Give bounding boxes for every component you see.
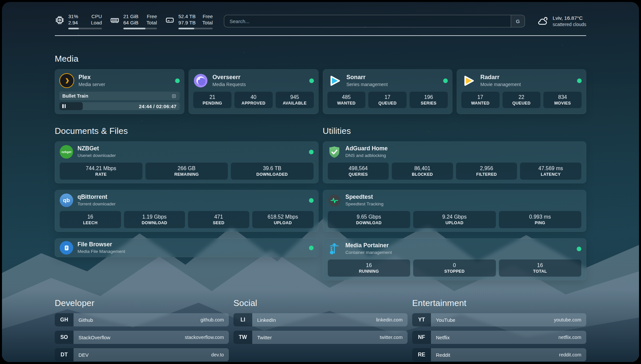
memory-total-value: 64 GiB [123,19,140,26]
service-description: DNS and adblocking [346,153,388,158]
stat-leech: 16 LEECH [60,211,121,228]
memory-widget: 21 GiB 64 GiB Free Total [110,13,157,29]
stat-wanted: 485 WANTED [327,92,366,108]
disk-free-value: 52.4 TB [178,13,196,20]
stat-blocked: 86,401 BLOCKED [392,163,453,180]
section-developer: Developer GH Github github.com SO StackO… [55,298,229,362]
bookmark-twitter[interactable]: TW Twitter twitter.com [233,331,408,344]
bookmark-linkedin[interactable]: LI LinkedIn linkedin.com [233,313,408,326]
weather-widget: Lviv, 16.87°C scattered clouds [537,15,586,27]
card-filebrowser[interactable]: File Browser Media File Management [55,238,319,257]
search-engine-button[interactable]: G [511,15,525,27]
bookmark-name: Github [78,317,93,323]
bookmark-name: Netflix [436,335,450,340]
disk-free-label: Free [200,13,213,20]
bookmark-url: youtube.com [554,317,581,322]
service-name: Sonarr [347,74,388,81]
search-bar: G [224,15,525,27]
card-radarr[interactable]: Radarr Movie management 17 WANTED 22 QUE… [457,69,586,114]
service-name: File Browser [77,241,125,248]
card-adguard[interactable]: AdGuard Home DNS and adblocking 498,564 … [323,141,587,183]
media-type-icon [171,93,177,99]
stat-rate: 744.21 Mbps RATE [60,163,142,180]
disk-widget: 52.4 TB 97.9 TB Free Total [165,13,213,29]
service-description: Container management [346,250,392,255]
bookmark-abbr: NF [412,331,431,344]
ram-icon [110,15,120,25]
bookmark-url: linkedin.com [376,317,403,322]
stat-total: 16 TOTAL [499,259,582,277]
status-dot-online [309,246,314,250]
section-title-utilities: Utilities [323,126,587,136]
stat-pending: 21 PENDING [193,92,231,108]
bookmark-youtube[interactable]: YT YouTube youtube.com [412,313,586,326]
card-overseerr[interactable]: Overseerr Media Requests 21 PENDING 40 A… [189,69,318,114]
disk-total-value: 97.9 TB [178,19,196,26]
card-sonarr[interactable]: Sonarr Series management 485 WANTED 17 Q… [323,69,452,114]
bookmark-url: dev.to [211,352,224,357]
service-description: Movie management [480,82,521,87]
stat-running: 16 RUNNING [328,259,411,277]
memory-progress-track [123,28,157,29]
bookmark-abbr: SO [55,331,74,344]
adguard-logo-icon [328,145,341,159]
section-social: Social LI LinkedIn linkedin.com TW Twitt… [233,298,408,362]
stat-download: 1.19 Gbps DOWNLOAD [124,211,185,228]
bookmark-reddit[interactable]: RE Reddit reddit.com [412,348,586,361]
service-description: Media server [78,82,105,87]
search-input[interactable] [224,15,511,27]
bookmark-netflix[interactable]: NF Netflix netflix.com [412,331,586,344]
stat-upload: 618.52 Mbps UPLOAD [252,211,314,228]
card-nzbget[interactable]: nzbget NZBGet Usenet downloader 744.21 M… [55,141,319,183]
status-dot-online [175,78,180,83]
cpu-widget: 31% 2.94 CPU Load [55,13,102,29]
card-portainer[interactable]: Media Portainer Container management 16 … [323,238,587,280]
disk-progress-track [178,28,213,29]
disk-total-label: Total [200,19,213,26]
top-bar: 31% 2.94 CPU Load [55,13,586,30]
card-plex[interactable]: Plex Media server Bullet Train [55,69,184,114]
stat-upload: 9.24 Gbps UPLOAD [413,211,496,228]
service-description: Media Requests [212,82,246,87]
stat-downloaded: 39.6 TB DOWNLOADED [231,163,314,180]
card-qbittorrent[interactable]: qb qBittorrent Torrent downloader 16 [55,190,319,232]
section-entertainment: Entertainment YT YouTube youtube.com NF … [412,298,586,362]
status-dot-online [309,198,314,203]
cpu-usage-value: 31% [68,13,85,20]
weather-condition: scattered clouds [553,22,586,27]
bookmark-name: DEV [78,352,89,358]
bookmark-name: Twitter [257,335,272,340]
bookmark-github[interactable]: GH Github github.com [55,313,229,326]
service-name: NZBGet [77,145,116,152]
bookmark-abbr: GH [55,313,74,326]
memory-progress-fill [123,28,145,29]
memory-free-label: Free [144,13,157,20]
stat-approved: 40 APPROVED [234,92,273,108]
now-playing-row: Bullet Train [59,92,180,100]
stat-queued: 17 QUEUED [368,92,407,108]
service-name: Radarr [480,74,521,81]
radarr-logo-icon [461,73,476,88]
cpu-load-value: 2.94 [68,19,85,26]
bookmark-stackoverflow[interactable]: SO StackOverflow stackoverflow.com [55,331,229,344]
bookmark-abbr: LI [233,313,252,326]
service-description: Media File Management [77,249,125,254]
bookmark-url: reddit.com [559,352,581,357]
bookmark-abbr: YT [412,313,431,326]
section-title-documents: Documents & Files [55,126,319,136]
memory-total-label: Total [144,19,157,26]
speedtest-logo-icon [328,194,341,207]
bookmark-url: netflix.com [559,335,581,340]
section-utilities: Utilities AdGuard Home [323,126,587,280]
nzbget-logo-icon: nzbget [60,145,73,159]
bookmark-abbr: TW [233,331,252,344]
cpu-load-label: Load [89,19,102,26]
status-dot-online [309,150,314,154]
service-name: Overseerr [212,74,246,81]
stat-movies: 834 MOVIES [543,92,582,108]
service-description: Speedtest Tracking [346,201,384,207]
stat-series: 196 SERIES [410,92,448,108]
card-speedtest[interactable]: Speedtest Speedtest Tracking 9.65 Gbps D… [323,190,587,232]
bookmark-url: stackoverflow.com [185,335,224,340]
bookmark-dev[interactable]: DT DEV dev.to [55,348,229,361]
